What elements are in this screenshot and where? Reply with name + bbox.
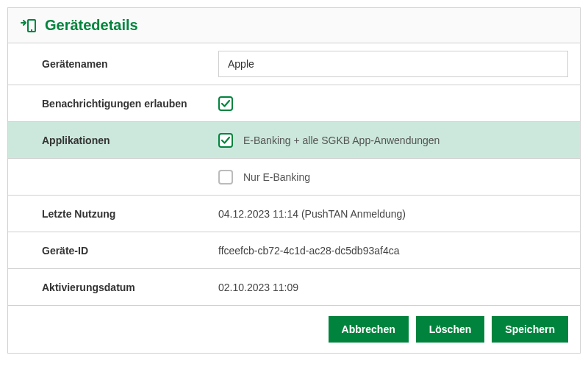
value-last-use: 04.12.2023 11:14 (PushTAN Anmeldung) bbox=[218, 201, 568, 227]
device-icon bbox=[20, 18, 37, 33]
row-notifications: Benachrichtigungen erlauben bbox=[8, 85, 580, 122]
row-last-use: Letzte Nutzung 04.12.2023 11:14 (PushTAN… bbox=[8, 196, 580, 232]
panel-title: Gerätedetails bbox=[45, 17, 138, 34]
label-notifications: Benachrichtigungen erlauben bbox=[20, 98, 218, 110]
label-applications: Applikationen bbox=[20, 135, 218, 146]
row-activation-date: Aktivierungsdatum 02.10.2023 11:09 bbox=[8, 269, 580, 306]
label-activation-date: Aktivierungsdatum bbox=[20, 282, 218, 293]
row-device-name: Gerätenamen bbox=[8, 43, 580, 85]
application-option1-checkbox[interactable] bbox=[218, 133, 233, 148]
device-name-input[interactable] bbox=[218, 51, 568, 77]
device-details-panel: Gerätedetails Gerätenamen Benachrichtigu… bbox=[7, 7, 581, 354]
row-device-id: Geräte-ID ffceefcb-cb72-4c1d-ac28-dc5db9… bbox=[8, 232, 580, 269]
value-activation-date: 02.10.2023 11:09 bbox=[218, 274, 568, 301]
application-option2-checkbox[interactable] bbox=[218, 170, 233, 184]
row-applications-option1: Applikationen E-Banking + alle SGKB App-… bbox=[8, 122, 580, 159]
panel-header: Gerätedetails bbox=[8, 8, 580, 43]
notifications-checkbox[interactable] bbox=[218, 96, 233, 111]
delete-button[interactable]: Löschen bbox=[416, 316, 485, 343]
save-button[interactable]: Speichern bbox=[492, 316, 568, 343]
application-option1-label: E-Banking + alle SGKB App-Anwendungen bbox=[243, 135, 440, 146]
cancel-button[interactable]: Abbrechen bbox=[329, 316, 409, 343]
label-last-use: Letzte Nutzung bbox=[20, 208, 218, 220]
row-applications-option2: Nur E-Banking bbox=[8, 159, 580, 196]
button-bar: Abbrechen Löschen Speichern bbox=[8, 306, 580, 353]
application-option2-label: Nur E-Banking bbox=[243, 171, 310, 183]
value-device-id: ffceefcb-cb72-4c1d-ac28-dc5db93af4ca bbox=[218, 237, 568, 264]
label-device-name: Gerätenamen bbox=[20, 58, 218, 70]
label-device-id: Geräte-ID bbox=[20, 245, 218, 257]
